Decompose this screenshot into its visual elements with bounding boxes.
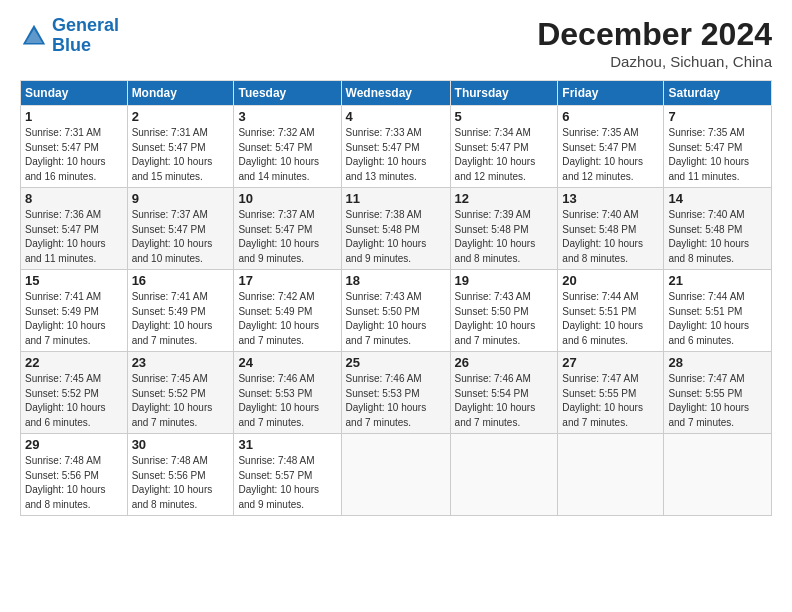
col-monday: Monday	[127, 81, 234, 106]
day-info: Sunrise: 7:48 AM Sunset: 5:57 PM Dayligh…	[238, 454, 336, 512]
day-info: Sunrise: 7:47 AM Sunset: 5:55 PM Dayligh…	[562, 372, 659, 430]
calendar-header-row: Sunday Monday Tuesday Wednesday Thursday…	[21, 81, 772, 106]
table-row: 1Sunrise: 7:31 AM Sunset: 5:47 PM Daylig…	[21, 106, 128, 188]
day-number: 10	[238, 191, 336, 206]
table-row: 26Sunrise: 7:46 AM Sunset: 5:54 PM Dayli…	[450, 352, 558, 434]
day-info: Sunrise: 7:45 AM Sunset: 5:52 PM Dayligh…	[25, 372, 123, 430]
table-row: 19Sunrise: 7:43 AM Sunset: 5:50 PM Dayli…	[450, 270, 558, 352]
logo-line1: General	[52, 15, 119, 35]
table-row: 17Sunrise: 7:42 AM Sunset: 5:49 PM Dayli…	[234, 270, 341, 352]
day-info: Sunrise: 7:33 AM Sunset: 5:47 PM Dayligh…	[346, 126, 446, 184]
table-row: 11Sunrise: 7:38 AM Sunset: 5:48 PM Dayli…	[341, 188, 450, 270]
day-number: 7	[668, 109, 767, 124]
table-row: 28Sunrise: 7:47 AM Sunset: 5:55 PM Dayli…	[664, 352, 772, 434]
table-row: 4Sunrise: 7:33 AM Sunset: 5:47 PM Daylig…	[341, 106, 450, 188]
day-info: Sunrise: 7:31 AM Sunset: 5:47 PM Dayligh…	[132, 126, 230, 184]
day-info: Sunrise: 7:34 AM Sunset: 5:47 PM Dayligh…	[455, 126, 554, 184]
day-info: Sunrise: 7:48 AM Sunset: 5:56 PM Dayligh…	[132, 454, 230, 512]
table-row: 24Sunrise: 7:46 AM Sunset: 5:53 PM Dayli…	[234, 352, 341, 434]
title-block: December 2024 Dazhou, Sichuan, China	[537, 16, 772, 70]
table-row: 12Sunrise: 7:39 AM Sunset: 5:48 PM Dayli…	[450, 188, 558, 270]
day-info: Sunrise: 7:32 AM Sunset: 5:47 PM Dayligh…	[238, 126, 336, 184]
calendar-week-row: 1Sunrise: 7:31 AM Sunset: 5:47 PM Daylig…	[21, 106, 772, 188]
logo-text: General Blue	[52, 16, 119, 56]
day-number: 9	[132, 191, 230, 206]
day-number: 15	[25, 273, 123, 288]
table-row: 27Sunrise: 7:47 AM Sunset: 5:55 PM Dayli…	[558, 352, 664, 434]
table-row: 9Sunrise: 7:37 AM Sunset: 5:47 PM Daylig…	[127, 188, 234, 270]
day-info: Sunrise: 7:48 AM Sunset: 5:56 PM Dayligh…	[25, 454, 123, 512]
table-row	[558, 434, 664, 516]
day-number: 16	[132, 273, 230, 288]
day-info: Sunrise: 7:37 AM Sunset: 5:47 PM Dayligh…	[132, 208, 230, 266]
day-number: 19	[455, 273, 554, 288]
day-info: Sunrise: 7:35 AM Sunset: 5:47 PM Dayligh…	[668, 126, 767, 184]
day-info: Sunrise: 7:31 AM Sunset: 5:47 PM Dayligh…	[25, 126, 123, 184]
day-info: Sunrise: 7:46 AM Sunset: 5:54 PM Dayligh…	[455, 372, 554, 430]
col-saturday: Saturday	[664, 81, 772, 106]
day-number: 12	[455, 191, 554, 206]
day-info: Sunrise: 7:46 AM Sunset: 5:53 PM Dayligh…	[346, 372, 446, 430]
day-number: 17	[238, 273, 336, 288]
table-row: 22Sunrise: 7:45 AM Sunset: 5:52 PM Dayli…	[21, 352, 128, 434]
table-row: 6Sunrise: 7:35 AM Sunset: 5:47 PM Daylig…	[558, 106, 664, 188]
day-info: Sunrise: 7:41 AM Sunset: 5:49 PM Dayligh…	[132, 290, 230, 348]
table-row: 16Sunrise: 7:41 AM Sunset: 5:49 PM Dayli…	[127, 270, 234, 352]
table-row	[341, 434, 450, 516]
day-number: 2	[132, 109, 230, 124]
day-info: Sunrise: 7:42 AM Sunset: 5:49 PM Dayligh…	[238, 290, 336, 348]
logo-icon	[20, 22, 48, 50]
day-number: 30	[132, 437, 230, 452]
day-info: Sunrise: 7:35 AM Sunset: 5:47 PM Dayligh…	[562, 126, 659, 184]
table-row: 14Sunrise: 7:40 AM Sunset: 5:48 PM Dayli…	[664, 188, 772, 270]
day-number: 3	[238, 109, 336, 124]
subtitle: Dazhou, Sichuan, China	[537, 53, 772, 70]
table-row	[664, 434, 772, 516]
calendar-week-row: 22Sunrise: 7:45 AM Sunset: 5:52 PM Dayli…	[21, 352, 772, 434]
day-number: 25	[346, 355, 446, 370]
col-friday: Friday	[558, 81, 664, 106]
table-row: 21Sunrise: 7:44 AM Sunset: 5:51 PM Dayli…	[664, 270, 772, 352]
day-info: Sunrise: 7:40 AM Sunset: 5:48 PM Dayligh…	[668, 208, 767, 266]
table-row: 8Sunrise: 7:36 AM Sunset: 5:47 PM Daylig…	[21, 188, 128, 270]
day-number: 6	[562, 109, 659, 124]
day-info: Sunrise: 7:38 AM Sunset: 5:48 PM Dayligh…	[346, 208, 446, 266]
table-row: 30Sunrise: 7:48 AM Sunset: 5:56 PM Dayli…	[127, 434, 234, 516]
table-row: 5Sunrise: 7:34 AM Sunset: 5:47 PM Daylig…	[450, 106, 558, 188]
table-row: 23Sunrise: 7:45 AM Sunset: 5:52 PM Dayli…	[127, 352, 234, 434]
table-row: 2Sunrise: 7:31 AM Sunset: 5:47 PM Daylig…	[127, 106, 234, 188]
table-row: 7Sunrise: 7:35 AM Sunset: 5:47 PM Daylig…	[664, 106, 772, 188]
page: General Blue December 2024 Dazhou, Sichu…	[0, 0, 792, 612]
day-number: 22	[25, 355, 123, 370]
col-sunday: Sunday	[21, 81, 128, 106]
day-number: 18	[346, 273, 446, 288]
table-row	[450, 434, 558, 516]
header: General Blue December 2024 Dazhou, Sichu…	[20, 16, 772, 70]
day-number: 24	[238, 355, 336, 370]
day-number: 31	[238, 437, 336, 452]
day-number: 21	[668, 273, 767, 288]
day-info: Sunrise: 7:45 AM Sunset: 5:52 PM Dayligh…	[132, 372, 230, 430]
table-row: 20Sunrise: 7:44 AM Sunset: 5:51 PM Dayli…	[558, 270, 664, 352]
day-number: 14	[668, 191, 767, 206]
table-row: 31Sunrise: 7:48 AM Sunset: 5:57 PM Dayli…	[234, 434, 341, 516]
day-info: Sunrise: 7:47 AM Sunset: 5:55 PM Dayligh…	[668, 372, 767, 430]
day-info: Sunrise: 7:39 AM Sunset: 5:48 PM Dayligh…	[455, 208, 554, 266]
day-number: 5	[455, 109, 554, 124]
logo: General Blue	[20, 16, 119, 56]
day-number: 29	[25, 437, 123, 452]
col-tuesday: Tuesday	[234, 81, 341, 106]
table-row: 18Sunrise: 7:43 AM Sunset: 5:50 PM Dayli…	[341, 270, 450, 352]
col-thursday: Thursday	[450, 81, 558, 106]
logo-line2: Blue	[52, 35, 91, 55]
day-number: 13	[562, 191, 659, 206]
month-title: December 2024	[537, 16, 772, 53]
calendar-table: Sunday Monday Tuesday Wednesday Thursday…	[20, 80, 772, 516]
day-number: 23	[132, 355, 230, 370]
day-info: Sunrise: 7:43 AM Sunset: 5:50 PM Dayligh…	[346, 290, 446, 348]
day-info: Sunrise: 7:41 AM Sunset: 5:49 PM Dayligh…	[25, 290, 123, 348]
table-row: 25Sunrise: 7:46 AM Sunset: 5:53 PM Dayli…	[341, 352, 450, 434]
day-number: 26	[455, 355, 554, 370]
table-row: 15Sunrise: 7:41 AM Sunset: 5:49 PM Dayli…	[21, 270, 128, 352]
day-info: Sunrise: 7:46 AM Sunset: 5:53 PM Dayligh…	[238, 372, 336, 430]
